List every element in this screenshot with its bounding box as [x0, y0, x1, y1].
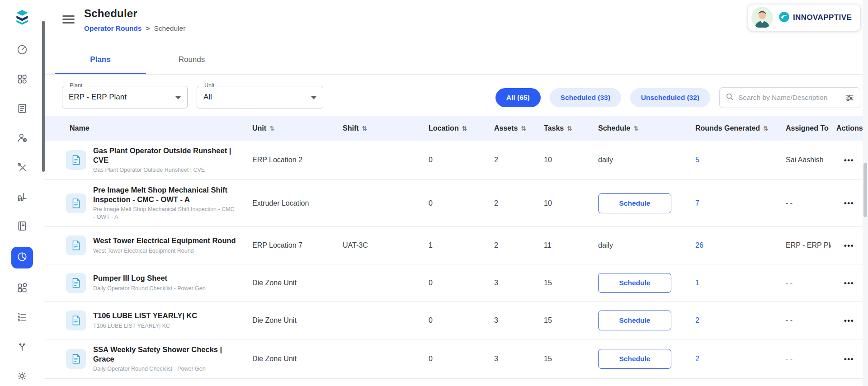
cell-schedule: Schedule: [593, 311, 690, 330]
forklift-icon: [16, 191, 28, 204]
plant-select-label: Plant: [67, 82, 85, 89]
user-gear-icon: [16, 132, 28, 146]
col-location[interactable]: Location⇅: [423, 124, 489, 132]
vertical-scrollbar-track: [863, 0, 868, 386]
plan-name[interactable]: SSA Weekly Safety Shower Checks | Grace: [93, 345, 238, 363]
cell-assigned-to: - -: [780, 316, 831, 325]
sidebar-item-apps[interactable]: [12, 71, 33, 89]
col-rounds-generated[interactable]: Rounds Generated⇅: [690, 124, 780, 132]
rounds-generated-link[interactable]: 1: [695, 279, 699, 287]
sidebar-scrollbar-thumb[interactable]: [42, 21, 45, 172]
cell-schedule: daily: [593, 156, 690, 164]
sidebar-item-scheduler[interactable]: [11, 247, 33, 268]
rounds-generated-link[interactable]: 2: [695, 316, 699, 324]
col-assets[interactable]: Assets⇅: [489, 124, 538, 132]
sort-icon: ⇅: [633, 125, 638, 132]
cell-location: 0: [423, 316, 489, 325]
document-icon: [16, 103, 28, 116]
plan-description: T106 LUBE LIST YEARLY| KC: [93, 322, 197, 330]
filter-bar: Plant ERP - ERP Plant Unit All All (65) …: [44, 75, 868, 116]
cell-assigned-to: - -: [780, 355, 831, 363]
cell-unit: ERP Location 2: [247, 156, 337, 164]
vertical-scrollbar-thumb[interactable]: [863, 163, 867, 217]
cell-assigned-to: ERP - ERP Pla: [780, 241, 831, 249]
breadcrumb-parent-link[interactable]: Operator Rounds: [84, 24, 142, 33]
col-shift[interactable]: Shift⇅: [337, 124, 423, 132]
row-actions-menu-icon[interactable]: •••: [844, 156, 854, 164]
col-unit[interactable]: Unit⇅: [247, 124, 337, 132]
filter-chip-all[interactable]: All (65): [495, 88, 541, 107]
cell-location: 0: [423, 279, 489, 287]
col-assigned-to: Assigned To: [780, 124, 831, 132]
cell-location: 0: [423, 355, 489, 363]
sidebar-item-logbook[interactable]: [12, 217, 33, 236]
menu-hamburger-icon[interactable]: [62, 13, 75, 25]
apps-gear-icon: [16, 73, 28, 87]
sidebar-item-settings[interactable]: [12, 367, 33, 386]
cell-tasks: 10: [538, 199, 593, 207]
schedule-button[interactable]: Schedule: [598, 311, 671, 330]
rounds-generated-link[interactable]: 26: [695, 241, 703, 249]
plan-name[interactable]: T106 LUBE LIST YEARLY| KC: [93, 311, 197, 320]
filter-tune-icon[interactable]: [845, 93, 854, 103]
tab-bar: Plans Rounds: [44, 45, 868, 75]
sort-icon: ⇅: [521, 125, 526, 132]
schedule-button[interactable]: Schedule: [598, 193, 671, 213]
cell-assigned-to: - -: [780, 279, 831, 287]
plan-file-icon: [66, 235, 86, 255]
cell-assets: 3: [489, 279, 538, 287]
plan-name[interactable]: Pumper III Log Sheet: [93, 273, 206, 283]
table-header: Name Unit⇅ Shift⇅ Location⇅ Assets⇅ Task…: [44, 116, 868, 141]
plan-name[interactable]: Gas Plant Operator Outside Runsheet | CV…: [93, 146, 238, 165]
cell-unit: Die Zone Unit: [247, 355, 337, 363]
sort-icon: ⇅: [269, 125, 274, 132]
unit-select-value: All: [203, 93, 212, 102]
filter-chip-scheduled[interactable]: Scheduled (33): [550, 88, 621, 107]
row-actions-menu-icon[interactable]: •••: [844, 279, 854, 287]
sidebar-item-tools[interactable]: [12, 159, 33, 177]
search-icon: [725, 92, 734, 103]
plant-select[interactable]: Plant ERP - ERP Plant: [62, 86, 188, 108]
main-content: Plans Rounds Plant ERP - ERP Plant Unit …: [44, 45, 868, 386]
table-row: T106 LUBE LIST YEARLY| KC T106 LUBE LIST…: [44, 302, 868, 339]
chevron-down-icon: [311, 96, 316, 99]
plan-description: Gas Plant Operator Outside Runsheet | CV…: [93, 166, 238, 174]
cell-location: 1: [423, 241, 489, 249]
user-avatar[interactable]: [751, 7, 773, 28]
schedule-button[interactable]: Schedule: [598, 273, 671, 293]
cell-schedule: Schedule: [593, 349, 690, 369]
row-actions-menu-icon[interactable]: •••: [844, 242, 854, 249]
sort-icon: ⇅: [763, 125, 768, 132]
filter-chip-unscheduled[interactable]: Unscheduled (32): [630, 88, 710, 107]
plan-name[interactable]: West Tower Electrical Equipment Round: [93, 236, 236, 245]
row-actions-menu-icon[interactable]: •••: [844, 199, 854, 207]
sidebar-item-logistics[interactable]: [12, 188, 33, 207]
sort-icon: ⇅: [462, 125, 467, 132]
col-schedule[interactable]: Schedule⇅: [593, 124, 690, 132]
plan-description: West Tower Electrical Equipment Round: [93, 247, 236, 255]
col-tasks[interactable]: Tasks⇅: [538, 124, 593, 132]
sidebar-item-dashboard[interactable]: [12, 41, 33, 60]
sort-icon: ⇅: [567, 125, 572, 132]
app-logo-icon[interactable]: [14, 5, 31, 29]
sidebar-item-task-list[interactable]: [12, 309, 33, 327]
row-actions-menu-icon[interactable]: •••: [844, 317, 854, 325]
search-input[interactable]: [738, 94, 841, 102]
sidebar-item-user-management[interactable]: [12, 129, 33, 148]
table-row: West Tower Electrical Equipment Round We…: [44, 227, 868, 264]
tab-plans[interactable]: Plans: [55, 45, 146, 74]
tab-rounds[interactable]: Rounds: [146, 45, 237, 74]
row-actions-menu-icon[interactable]: •••: [844, 355, 854, 363]
sidebar-item-round-templates[interactable]: [12, 100, 33, 118]
plan-description: Daily Operator Round Checklist - Power G…: [93, 365, 238, 373]
rounds-generated-link[interactable]: 2: [695, 355, 699, 362]
plan-name[interactable]: Pre Image Melt Shop Mechanical Shift Ins…: [93, 185, 238, 204]
unit-select[interactable]: Unit All: [197, 86, 323, 108]
sidebar-item-workflow[interactable]: [12, 338, 33, 357]
rounds-generated-link[interactable]: 5: [695, 156, 699, 164]
schedule-button[interactable]: Schedule: [598, 349, 671, 369]
sidebar-item-widgets[interactable]: [12, 279, 33, 298]
rounds-generated-link[interactable]: 7: [695, 199, 699, 207]
brand-mark-icon: [778, 11, 790, 25]
cell-unit: Die Zone Unit: [247, 279, 337, 287]
